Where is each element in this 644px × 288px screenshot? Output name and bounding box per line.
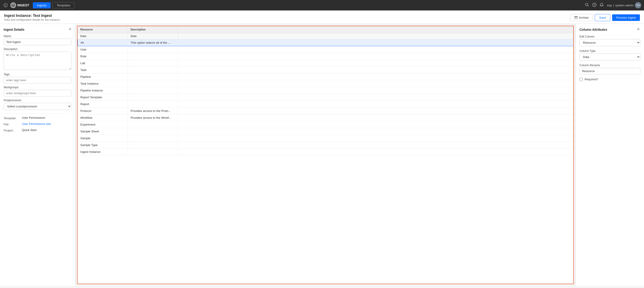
template-value: User Permissions: [22, 116, 45, 120]
nav-tab-templates[interactable]: Templates: [52, 2, 74, 9]
description-textarea[interactable]: [4, 52, 71, 70]
back-button[interactable]: [3, 2, 9, 8]
table-row[interactable]: Experiment: [78, 121, 573, 128]
svg-point-0: [4, 3, 8, 7]
col-header-extra: [178, 26, 573, 33]
page-subtitle: Data and configuration details for the i…: [4, 18, 60, 21]
search-icon[interactable]: [585, 3, 589, 8]
extra-cell: [178, 115, 573, 121]
table-row[interactable]: User: [78, 46, 573, 53]
extra-cell: [178, 73, 573, 80]
required-checkbox-row: Required?: [580, 78, 640, 81]
table-row[interactable]: WorkflowProvides access to the Workf...: [78, 115, 573, 121]
main-content: Ingest Details Name: Description: Tags: …: [0, 24, 644, 286]
description-cell: [128, 46, 178, 53]
name-input[interactable]: [4, 39, 71, 45]
extra-cell: [178, 80, 573, 87]
file-key: File:: [4, 122, 20, 126]
workgroups-input[interactable]: [4, 90, 71, 96]
archive-button[interactable]: Archive: [570, 14, 593, 21]
col-subheader-description: Data: [128, 33, 178, 39]
center-panel: Resource Description Data Data AllThis o…: [77, 26, 574, 284]
nav-icons-group: ? esp | system admin SA: [585, 2, 641, 8]
table-row[interactable]: ProtocolProvides access to the Proto...: [78, 108, 573, 115]
table-row[interactable]: Sample Sheet: [78, 128, 573, 135]
description-cell: [128, 94, 178, 101]
resource-cell: Task Instance: [78, 80, 128, 87]
column-rename-input[interactable]: [580, 68, 640, 74]
extra-cell: [178, 128, 573, 135]
description-cell: [128, 121, 178, 128]
table-row[interactable]: Sample: [78, 135, 573, 142]
template-field-row: Template: User Permissions: [4, 116, 71, 120]
table-row[interactable]: Pipeline: [78, 73, 573, 80]
required-label[interactable]: Required?: [584, 78, 598, 81]
column-rename-label: Column Rename: [580, 64, 640, 67]
tags-input[interactable]: [4, 77, 71, 84]
notification-icon[interactable]: [600, 3, 604, 8]
resource-cell: Sample Type: [78, 142, 128, 148]
extra-cell: [178, 135, 573, 142]
table-row[interactable]: Pipeline Instance: [78, 87, 573, 94]
postprocessor-select[interactable]: Select a postprocessor: [4, 103, 71, 110]
save-button[interactable]: Save: [595, 14, 610, 21]
extra-cell: [178, 121, 573, 128]
file-field-row: File: User Permissions.xlsx: [4, 122, 71, 126]
svg-rect-6: [575, 17, 577, 19]
description-cell: [128, 73, 178, 80]
process-ingest-button[interactable]: Process Ingest: [612, 14, 640, 21]
app-logo: INGEST: [10, 2, 29, 8]
table-row[interactable]: Task: [78, 67, 573, 73]
resource-cell: Experiment: [78, 121, 128, 128]
column-attributes-title: Column Attributes: [580, 27, 640, 31]
table-row[interactable]: Role: [78, 53, 573, 60]
table-row[interactable]: Task Instance: [78, 80, 573, 87]
page-title-area: Ingest Instance: Test Ingest Data and co…: [4, 14, 60, 21]
svg-point-2: [586, 3, 588, 6]
description-cell: [128, 53, 178, 60]
resource-cell: Lab: [78, 60, 128, 67]
resource-cell: Protocol: [78, 108, 128, 115]
nav-tab-ingests[interactable]: Ingests: [33, 2, 50, 8]
app-name: INGEST: [17, 3, 29, 7]
extra-cell: [178, 108, 573, 115]
page-header: Ingest Instance: Test Ingest Data and co…: [0, 10, 644, 24]
column-type-select[interactable]: Data: [580, 53, 640, 60]
extra-cell: [178, 39, 573, 46]
page-title: Ingest Instance: Test Ingest: [4, 14, 60, 18]
table-row[interactable]: Sample Type: [78, 142, 573, 148]
ingest-details-title: Ingest Details: [4, 27, 71, 31]
resource-cell: Sample: [78, 135, 128, 142]
table-row[interactable]: AllThis option selects all of the ...: [78, 39, 573, 46]
project-field-row: Project: Quick Start: [4, 128, 71, 132]
col-header-resource: Resource: [78, 26, 128, 33]
resource-cell: Pipeline Instance: [78, 87, 128, 94]
collapse-panel-button[interactable]: [68, 27, 71, 31]
table-row[interactable]: Report: [78, 101, 573, 108]
col-subheader-resource: Data: [78, 33, 128, 39]
description-cell: [128, 101, 178, 108]
left-panel: Ingest Details Name: Description: Tags: …: [0, 24, 75, 286]
page-actions: Archive Save Process Ingest: [570, 14, 640, 21]
table-row[interactable]: Lab: [78, 60, 573, 67]
tags-label: Tags:: [4, 73, 71, 76]
logo-icon: [10, 2, 16, 8]
svg-rect-7: [574, 16, 578, 17]
required-checkbox[interactable]: [580, 78, 583, 81]
table-row[interactable]: Ingest Instance: [78, 148, 573, 155]
postprocessor-label: Postprocessor:: [4, 99, 71, 102]
extra-cell: [178, 94, 573, 101]
description-cell: This option selects all of the ...: [128, 39, 178, 46]
table-body: AllThis option selects all of the ...Use…: [78, 39, 573, 155]
resource-table: Resource Description Data Data AllThis o…: [78, 26, 573, 155]
edit-column-select[interactable]: Resource: [580, 39, 640, 46]
env-label: esp: [607, 4, 612, 7]
table-row[interactable]: Report Template: [78, 94, 573, 101]
resource-cell: Report: [78, 101, 128, 108]
file-value-link[interactable]: User Permissions.xlsx: [22, 122, 51, 126]
resource-cell: Role: [78, 53, 128, 60]
help-icon[interactable]: ?: [592, 3, 596, 8]
expand-panel-button[interactable]: [637, 27, 640, 31]
resource-cell: Sample Sheet: [78, 128, 128, 135]
extra-cell: [178, 46, 573, 53]
